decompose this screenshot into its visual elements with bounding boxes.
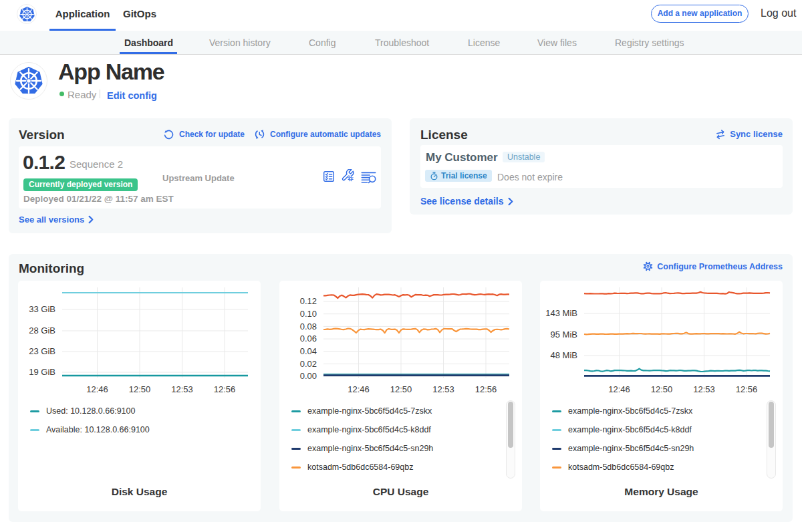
svg-text:12:50: 12:50 bbox=[390, 384, 412, 394]
svg-text:12:56: 12:56 bbox=[214, 384, 236, 394]
svg-text:12:50: 12:50 bbox=[651, 384, 673, 394]
svg-text:95 MiB: 95 MiB bbox=[551, 329, 577, 340]
svg-text:12:56: 12:56 bbox=[736, 384, 758, 394]
svg-text:19 GiB: 19 GiB bbox=[29, 367, 55, 377]
svg-text:12:46: 12:46 bbox=[348, 384, 370, 394]
svg-text:12:53: 12:53 bbox=[171, 384, 193, 394]
svg-text:48 MiB: 48 MiB bbox=[551, 350, 577, 360]
svg-text:0.08: 0.08 bbox=[300, 321, 317, 331]
svg-text:0.04: 0.04 bbox=[300, 346, 317, 356]
svg-text:0.06: 0.06 bbox=[300, 334, 317, 344]
svg-text:0.02: 0.02 bbox=[300, 359, 317, 369]
svg-text:12:53: 12:53 bbox=[432, 384, 454, 394]
svg-text:12:50: 12:50 bbox=[129, 384, 151, 394]
svg-text:12:46: 12:46 bbox=[608, 384, 630, 394]
svg-text:12:56: 12:56 bbox=[475, 384, 497, 394]
svg-text:12:46: 12:46 bbox=[86, 384, 108, 394]
svg-text:0.00: 0.00 bbox=[300, 371, 317, 381]
svg-text:0.10: 0.10 bbox=[300, 309, 317, 319]
svg-text:143 MiB: 143 MiB bbox=[545, 308, 577, 318]
svg-text:0.12: 0.12 bbox=[300, 296, 317, 306]
svg-text:33 GiB: 33 GiB bbox=[29, 304, 55, 314]
svg-text:23 GiB: 23 GiB bbox=[29, 346, 55, 356]
svg-text:28 GiB: 28 GiB bbox=[29, 325, 55, 336]
svg-text:12:53: 12:53 bbox=[693, 384, 715, 394]
